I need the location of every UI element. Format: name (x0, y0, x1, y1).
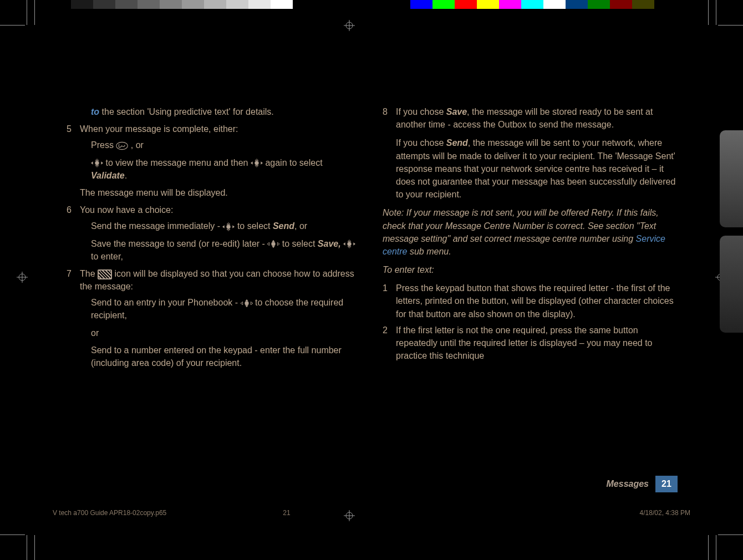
body-text: to select (282, 239, 318, 248)
body-text: , or (294, 221, 307, 231)
grayscale-swatches (49, 0, 293, 9)
step-text: Press the keypad button that shows the r… (396, 282, 676, 320)
gray-swatch (182, 0, 204, 9)
crop-mark (718, 534, 743, 535)
body-text: The (80, 269, 98, 278)
body-text: sub menu. (407, 247, 451, 256)
body-text: again to select (265, 158, 322, 167)
nav-horizontal-icon (91, 159, 103, 167)
crop-mark (27, 0, 27, 25)
nav-horizontal-icon (343, 240, 355, 248)
page-footer-tab: Messages 21 (607, 476, 678, 492)
gray-swatch (160, 0, 182, 9)
nav-horizontal-icon (222, 222, 235, 231)
body-text: If you chose Send, the message will be s… (396, 136, 676, 201)
list-item: 6 You now have a choice: (67, 203, 360, 216)
body-text: The message menu will be displayed. (80, 186, 360, 199)
gray-swatch (248, 0, 271, 9)
menu-option: Send (273, 221, 294, 231)
crop-mark (0, 25, 25, 26)
body-text: If you chose (396, 107, 446, 116)
color-swatch (588, 0, 610, 9)
color-swatch (410, 0, 432, 9)
menu-option: Send (446, 138, 468, 147)
step-number: 8 (383, 105, 396, 201)
print-date: 4/18/02, 4:38 PM (640, 509, 690, 517)
color-swatch (632, 0, 654, 9)
nav-horizontal-icon (251, 159, 263, 167)
subheading: To enter text: (383, 263, 676, 276)
body-text: the section 'Using predictive text' for … (99, 107, 274, 116)
body-text: or (91, 327, 360, 339)
sub-item: to view the message menu and then again … (91, 156, 360, 182)
color-swatch (477, 0, 499, 9)
gray-swatch (49, 0, 71, 9)
crop-mark (708, 535, 709, 560)
body-text: Save the message to send (or re-edit) la… (91, 239, 267, 248)
body-text: icon will be displayed so that you can c… (80, 269, 354, 291)
body-text: to view the message menu and then (105, 158, 251, 167)
sub-item: Send to a number entered on the keypad -… (91, 344, 360, 369)
gray-swatch (138, 0, 160, 9)
list-item: 5 When your message is complete, either: (67, 123, 360, 135)
address-icon (98, 269, 112, 279)
print-filename: V tech a700 Guide APR18-02copy.p65 (53, 509, 166, 517)
step-text: You now have a choice: (80, 203, 360, 216)
note-text: Note: If your message is not sent, you w… (383, 206, 676, 258)
body-text: . (125, 171, 127, 180)
print-page: 21 (283, 509, 290, 517)
body-text: to select (237, 221, 273, 231)
body-text: Press (91, 140, 116, 150)
crop-mark (27, 535, 27, 560)
sub-item: Press , or (91, 139, 360, 151)
step-text: If you chose Save, the message will be s… (396, 105, 676, 201)
body-text: , or (131, 140, 144, 150)
step-text: The icon will be displayed so that you c… (80, 267, 360, 293)
section-label: Messages (607, 479, 649, 489)
crop-mark (716, 0, 716, 25)
step-number: 1 (383, 282, 396, 320)
list-item: 1 Press the keypad button that shows the… (383, 282, 676, 320)
talk-key-icon (116, 141, 128, 150)
body-text: to the section 'Using predictive text' f… (91, 105, 360, 118)
right-column: 8 If you chose Save, the message will be… (383, 105, 676, 460)
body-text: Note: If your message is not sent, you w… (383, 208, 659, 243)
color-swatch (566, 0, 588, 9)
sub-item: Save the message to send (or re-edit) la… (91, 237, 360, 263)
step-text: When your message is complete, either: (80, 123, 360, 135)
crop-mark (716, 535, 716, 560)
thumb-tab (720, 130, 743, 227)
color-swatch (432, 0, 455, 9)
color-swatch (610, 0, 632, 9)
page-content: to the section 'Using predictive text' f… (67, 105, 676, 460)
sub-item: Send to an entry in your Phonebook - to … (91, 296, 360, 322)
thumb-tab (720, 236, 743, 333)
gray-swatch (71, 0, 93, 9)
gray-swatch (226, 0, 248, 9)
crop-mark (0, 534, 25, 535)
registration-mark-icon (17, 272, 28, 283)
color-swatch (499, 0, 521, 9)
crop-mark (708, 0, 709, 25)
nav-vertical-icon (241, 299, 253, 308)
body-text: Send to an entry in your Phonebook - (91, 298, 241, 307)
gray-swatch (204, 0, 226, 9)
step-number: 7 (67, 267, 80, 293)
print-footer: V tech a700 Guide APR18-02copy.p65 21 4/… (53, 509, 690, 517)
page-number: 21 (655, 476, 678, 492)
color-swatch (455, 0, 477, 9)
gray-swatch (93, 0, 115, 9)
color-swatches (410, 0, 654, 9)
link-to: to (91, 107, 99, 116)
color-swatch (543, 0, 566, 9)
step-text: If the first letter is not the one requi… (396, 324, 676, 363)
crop-mark (34, 535, 35, 560)
menu-option: Save, (318, 239, 341, 248)
crop-mark (718, 25, 743, 26)
list-item: 8 If you chose Save, the message will be… (383, 105, 676, 201)
menu-option: Save (446, 107, 467, 116)
gray-swatch (271, 0, 293, 9)
gray-swatch (115, 0, 138, 9)
body-text: Send the message immediately - (91, 221, 222, 231)
registration-mark-icon (344, 20, 355, 31)
